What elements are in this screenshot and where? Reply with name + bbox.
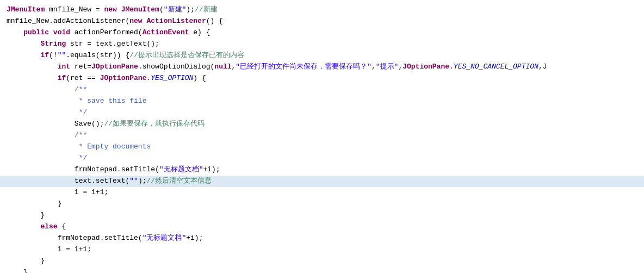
code-segment: if: [58, 73, 66, 84]
code-segment: Save();: [75, 119, 104, 130]
code-segment: [7, 244, 58, 256]
code-segment: );: [138, 176, 147, 187]
code-segment: frmNotepad.setTitle(: [75, 164, 159, 176]
code-segment: else: [40, 221, 61, 233]
code-segment: (!: [49, 50, 58, 61]
code-segment: actionPerformed(: [75, 27, 143, 39]
code-segment: null: [214, 61, 231, 73]
code-segment: [7, 221, 40, 233]
code-line: String str = text.getText();: [0, 39, 644, 50]
code-segment: //如果要保存，就执行保存代码: [104, 119, 205, 130]
code-line: */: [0, 107, 644, 119]
code-segment: int: [58, 61, 75, 73]
code-segment: public: [23, 27, 53, 39]
code-segment: }: [40, 256, 45, 267]
code-segment: +i);: [186, 233, 203, 244]
code-segment: //然后清空文本信息: [146, 176, 212, 187]
code-line: */: [0, 153, 644, 164]
code-segment: JMenuItem: [7, 4, 45, 16]
code-segment: */: [79, 107, 88, 119]
code-line: }: [0, 210, 644, 221]
code-segment: [7, 96, 79, 107]
code-segment: JMenuItem: [121, 4, 159, 16]
code-segment: frmNotepad.setTitle(: [58, 233, 143, 244]
code-segment: mnfile_New: [45, 4, 96, 16]
code-segment: [7, 27, 23, 39]
code-line: }: [0, 198, 644, 210]
code-segment: [7, 164, 75, 176]
code-segment: [7, 256, 40, 267]
code-segment: +i);: [203, 164, 220, 176]
code-segment: [7, 198, 58, 210]
code-segment: (ret ==: [66, 73, 100, 84]
code-segment: "提示": [376, 61, 399, 73]
code-segment: "已经打开的文件尚未保存，需要保存吗？": [236, 61, 371, 73]
code-segment: [7, 50, 40, 61]
code-segment: .setText(: [91, 176, 129, 187]
code-segment: JOptionPane: [100, 73, 147, 84]
code-segment: [7, 187, 75, 198]
code-line: mnfile_New.addActionListener(new ActionL…: [0, 16, 644, 27]
code-segment: [7, 39, 40, 50]
code-segment: ,: [398, 61, 403, 73]
code-line: /**: [0, 84, 644, 96]
code-line: Save();//如果要保存，就执行保存代码: [0, 119, 644, 130]
code-segment: //提示出现选择是否保存已有的内容: [129, 50, 244, 61]
code-segment: /**: [75, 84, 87, 96]
code-segment: i = i+1;: [75, 187, 108, 198]
code-line: }: [0, 256, 644, 267]
code-segment: .showOptionDialog(: [138, 61, 214, 73]
code-segment: void: [53, 27, 75, 39]
code-segment: * save this file: [79, 96, 147, 107]
code-line: frmNotepad.setTitle("无标题文档"+i);: [0, 233, 644, 244]
code-segment: =: [96, 4, 104, 16]
code-segment: "新建": [164, 4, 187, 16]
code-segment: ,: [232, 61, 236, 73]
code-segment: [7, 176, 75, 187]
code-segment: () {: [206, 16, 223, 27]
code-segment: {: [61, 221, 66, 233]
code-segment: new: [104, 4, 121, 16]
code-line: frmNotepad.setTitle("无标题文档"+i);: [0, 164, 644, 176]
code-segment: [7, 233, 58, 244]
code-segment: [7, 267, 23, 273]
code-segment: }: [40, 210, 45, 221]
code-segment: str = text.getText();: [66, 39, 159, 50]
code-segment: */: [79, 153, 88, 164]
code-segment: .: [146, 73, 151, 84]
code-segment: "": [129, 176, 138, 187]
code-line: * Empty documents: [0, 141, 644, 153]
code-segment: (: [159, 4, 164, 16]
code-segment: [7, 153, 79, 164]
code-segment: ) {: [193, 73, 206, 84]
code-segment: ,: [371, 61, 376, 73]
code-segment: [7, 107, 79, 119]
code-segment: /**: [75, 130, 87, 141]
code-segment: ret=: [75, 61, 91, 73]
code-segment: ActionEvent: [143, 27, 189, 39]
code-segment: e) {: [189, 27, 210, 39]
code-segment: new: [129, 16, 146, 27]
code-segment: text: [75, 176, 91, 187]
code-line: i = i+1;: [0, 187, 644, 198]
code-segment: [7, 130, 75, 141]
code-segment: mnfile_New.addActionListener(: [7, 16, 129, 27]
code-segment: JOptionPane: [403, 61, 449, 73]
code-editor: JMenuItem mnfile_New = new JMenuItem("新建…: [0, 0, 644, 273]
code-segment: );: [186, 4, 195, 16]
code-line: if(!"".equals(str)) {//提示出现选择是否保存已有的内容: [0, 50, 644, 61]
code-segment: }: [23, 267, 28, 273]
code-segment: ActionListener: [146, 16, 206, 27]
code-line: public void actionPerformed(ActionEvent …: [0, 27, 644, 39]
code-segment: ,J: [538, 61, 547, 73]
code-segment: YES_OPTION: [151, 73, 193, 84]
code-line: i = i+1;: [0, 244, 644, 256]
code-segment: * Empty documents: [79, 141, 151, 153]
code-line: /**: [0, 130, 644, 141]
code-segment: [7, 73, 58, 84]
code-segment: JOptionPane: [91, 61, 138, 73]
code-segment: if: [40, 50, 49, 61]
code-segment: [7, 141, 79, 153]
code-segment: [7, 61, 58, 73]
code-segment: "": [58, 50, 66, 61]
